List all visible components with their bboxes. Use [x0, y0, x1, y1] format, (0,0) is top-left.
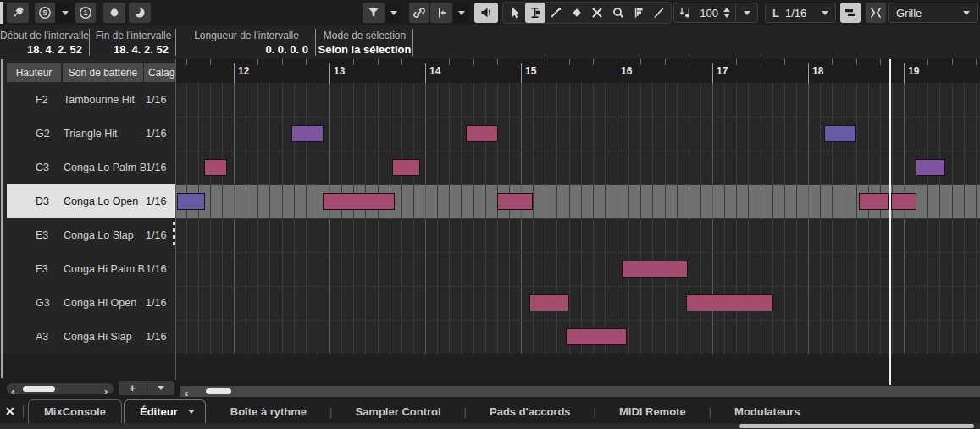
- panel-resize-dash-indicator[interactable]: [173, 222, 175, 249]
- drum-row-F2[interactable]: F2Tambourine Hit1/16: [7, 83, 175, 117]
- auto-scroll-dropdown[interactable]: [454, 3, 469, 23]
- info-end[interactable]: Fin de l'intervalle 18. 4. 2. 52: [91, 25, 175, 59]
- drum-row-A3[interactable]: A3Conga Hi Slap1/16: [7, 320, 175, 354]
- editor-work-area: Hauteur Son de batterie Calage F2Tambour…: [0, 59, 980, 380]
- info-value[interactable]: Selon la sélection: [317, 43, 412, 56]
- acoustic-feedback-toggle[interactable]: [474, 3, 498, 23]
- tab-midi-remote[interactable]: MIDI Remote: [596, 399, 709, 423]
- ruler-minor-tick: [282, 59, 283, 65]
- draw-tool[interactable]: [546, 3, 566, 23]
- ruler-minor-tick: [449, 59, 450, 65]
- solo-button[interactable]: S: [35, 3, 55, 23]
- info-value[interactable]: 0. 0. 0. 0: [178, 43, 315, 56]
- grid[interactable]: [176, 83, 980, 354]
- snap-toggle-button[interactable]: [866, 3, 886, 23]
- note-event[interactable]: [497, 193, 533, 210]
- note-event[interactable]: [891, 193, 916, 210]
- playhead-cursor[interactable]: [889, 59, 891, 385]
- column-header-quantize[interactable]: Calage: [144, 63, 175, 82]
- scroll-right-arrow[interactable]: ›: [104, 386, 108, 397]
- mute-tool[interactable]: [588, 3, 607, 23]
- auto-scroll-button[interactable]: [430, 3, 452, 23]
- tab-bo-te-rythme[interactable]: Boîte à rythme: [208, 399, 329, 423]
- line-tool[interactable]: [650, 3, 669, 23]
- bottom-scrollbar-thumb[interactable]: [739, 424, 974, 428]
- object-selection-tool[interactable]: [505, 3, 524, 23]
- tab-sampler-control[interactable]: Sampler Control: [332, 399, 463, 423]
- column-header-sound[interactable]: Son de batterie: [63, 63, 143, 82]
- note-event[interactable]: [529, 294, 569, 311]
- tab-pads-d-accords[interactable]: Pads d'accords: [467, 399, 594, 423]
- length-dropdown-chevron[interactable]: [822, 11, 828, 15]
- velocity-value[interactable]: 100: [695, 7, 718, 19]
- note-event[interactable]: [622, 261, 688, 278]
- acoustic-feedback-button[interactable]: [129, 3, 151, 23]
- event-filter-button[interactable]: [363, 3, 385, 23]
- pencil-icon: [549, 6, 562, 19]
- length-display-mode-button[interactable]: [840, 3, 861, 23]
- note-event[interactable]: [916, 159, 945, 176]
- zoom-tool[interactable]: [608, 3, 628, 23]
- note-event[interactable]: [859, 193, 889, 210]
- indicate-transpositions-button[interactable]: 1: [75, 3, 96, 23]
- close-lower-zone-button[interactable]: ✕: [5, 404, 15, 418]
- snap-dropdown-chevron[interactable]: [963, 11, 970, 15]
- velocity-dropdown-chevron[interactable]: [744, 11, 750, 15]
- note-event[interactable]: [466, 125, 498, 142]
- snap-type-select[interactable]: Grille: [888, 3, 978, 23]
- column-header-pitch[interactable]: Hauteur: [7, 63, 61, 82]
- drum-row-G3[interactable]: G3Conga Hi Open1/16: [7, 286, 175, 320]
- length-value[interactable]: 1/16: [785, 7, 806, 19]
- panel-left-divider[interactable]: [1, 59, 3, 378]
- scroll-left-arrow[interactable]: ‹: [11, 386, 14, 397]
- scroll-left-arrow[interactable]: ‹: [185, 388, 188, 399]
- erase-tool[interactable]: [567, 3, 586, 23]
- tab-mixconsole[interactable]: MixConsole: [28, 399, 122, 423]
- tab-menu-chevron[interactable]: [188, 410, 195, 414]
- grid-h-scrollbar-thumb[interactable]: [206, 388, 231, 394]
- note-event[interactable]: [323, 193, 395, 210]
- insert-velocity-control[interactable]: 100: [673, 3, 758, 23]
- info-length[interactable]: Longueur de l'intervalle 0. 0. 0. 0: [178, 25, 315, 59]
- comp-tool[interactable]: [628, 3, 648, 23]
- magnifier-icon: [612, 6, 625, 19]
- panel-h-scrollbar-thumb[interactable]: [23, 386, 55, 392]
- drum-row-F3[interactable]: F3Conga Hi Palm B1/16: [7, 252, 175, 286]
- drum-row-G2[interactable]: G2Triangle Hit1/16: [7, 117, 175, 151]
- grid-h-scrollbar-track[interactable]: [180, 386, 980, 397]
- info-value[interactable]: 18. 4. 2. 52: [0, 43, 89, 56]
- record-midi-button[interactable]: [103, 3, 125, 23]
- pin-editor-button[interactable]: [7, 3, 29, 23]
- ruler[interactable]: 1213141516171819: [176, 59, 980, 83]
- info-value[interactable]: 18. 4. 2. 52: [91, 43, 175, 56]
- add-button[interactable]: +: [119, 382, 147, 394]
- tab--diteur[interactable]: Éditeur: [124, 399, 206, 423]
- note-event[interactable]: [824, 125, 856, 142]
- note-event[interactable]: [392, 159, 420, 176]
- filter-dropdown[interactable]: [386, 3, 401, 23]
- note-event[interactable]: [177, 193, 205, 210]
- note-event[interactable]: [204, 159, 227, 176]
- note-event[interactable]: [686, 294, 773, 311]
- drum-row-D3[interactable]: D3Conga Lo Open1/16: [7, 184, 175, 218]
- info-start[interactable]: Début de l'intervalle 18. 4. 2. 52: [0, 25, 89, 59]
- drumstick-tool[interactable]: [525, 3, 545, 23]
- drum-row-C3[interactable]: C3Conga Lo Palm B1/16: [7, 151, 175, 184]
- tab-modulateurs[interactable]: Modulateurs: [711, 399, 822, 423]
- snap-type-value[interactable]: Grille: [896, 7, 922, 19]
- row-quantize: 1/16: [146, 252, 166, 286]
- solo-options-dropdown[interactable]: [55, 3, 75, 23]
- window-edge-handle[interactable]: [0, 2, 3, 24]
- panel-grid-divider[interactable]: [175, 59, 176, 380]
- note-event[interactable]: [291, 125, 324, 142]
- ruler-minor-tick: [665, 59, 666, 65]
- length-quantize-control[interactable]: L 1/16: [765, 3, 836, 23]
- cursor-arrow-icon: [508, 6, 522, 19]
- drum-row-E3[interactable]: E3Conga Lo Slap1/16: [7, 218, 175, 252]
- add-options-dropdown[interactable]: [147, 386, 175, 390]
- velocity-stepper[interactable]: [723, 8, 730, 18]
- link-editors-button[interactable]: [409, 3, 429, 23]
- auto-scroll-icon: [435, 6, 448, 19]
- info-selection-mode[interactable]: Mode de sélection Selon la sélection: [317, 25, 412, 59]
- note-event[interactable]: [566, 328, 627, 345]
